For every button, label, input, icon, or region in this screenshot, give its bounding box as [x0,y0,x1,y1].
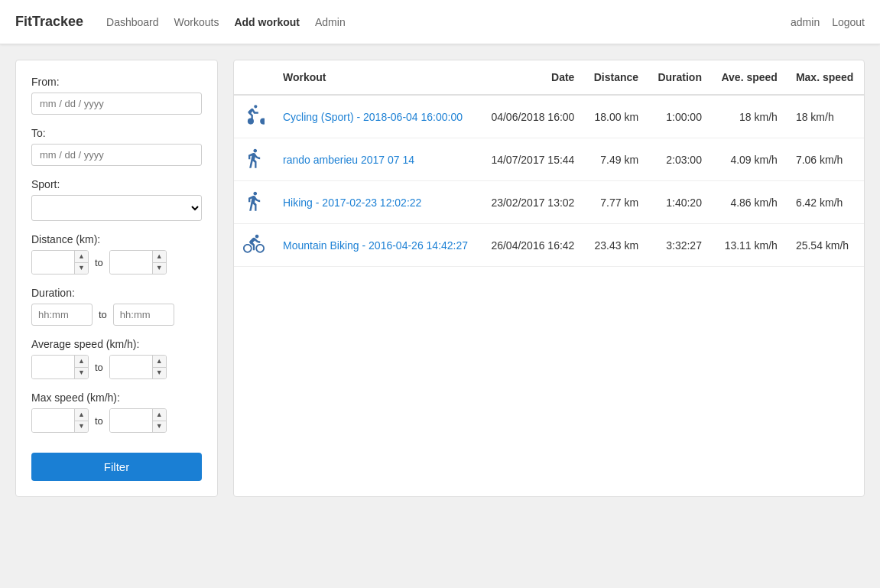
distance-range-row: ▲ ▼ to ▲ ▼ [31,250,202,275]
avg-speed-to-up[interactable]: ▲ [153,356,166,368]
distance-to-down[interactable]: ▼ [153,263,166,275]
workout-ave-speed: 18 km/h [711,95,787,138]
col-icon [234,60,274,95]
duration-to-label: to [99,309,107,320]
duration-range-row: to [31,304,202,326]
avg-speed-to-spinner: ▲ ▼ [109,355,167,379]
max-speed-range-row: ▲ ▼ to ▲ ▼ [31,408,202,433]
nav-add-workout[interactable]: Add workout [234,13,300,31]
distance-to-up[interactable]: ▲ [153,251,166,263]
distance-to-input[interactable] [110,251,152,274]
table-row: Cycling (Sport) - 2018-06-04 16:00:0004/… [234,95,864,138]
col-workout: Workout [274,60,480,95]
duration-group: Duration: to [31,287,202,326]
col-max-speed: Max. speed [787,60,864,95]
filter-button[interactable]: Filter [31,453,202,481]
distance-from-arrows: ▲ ▼ [74,251,88,274]
workout-date: 23/02/2017 13:02 [480,181,583,224]
workout-name[interactable]: rando amberieu 2017 07 14 [274,138,480,181]
distance-from-up[interactable]: ▲ [75,251,88,263]
sport-select[interactable]: Cycling Hiking Mountain Biking [31,195,202,221]
workout-max-speed: 18 km/h [787,95,864,138]
distance-to-spinner: ▲ ▼ [109,250,167,275]
distance-from-spinner: ▲ ▼ [31,250,89,275]
distance-from-input[interactable] [32,251,74,274]
col-duration: Duration [648,60,711,95]
workout-name[interactable]: Mountain Biking - 2016-04-26 14:42:27 [274,224,480,267]
max-speed-to-up[interactable]: ▲ [153,409,166,421]
workout-duration: 3:32:27 [648,224,711,267]
avg-speed-to-arrows: ▲ ▼ [152,356,166,378]
nav-user[interactable]: admin [791,16,820,28]
max-speed-to-down[interactable]: ▼ [153,421,166,433]
table-row: Mountain Biking - 2016-04-26 14:42:2726/… [234,224,864,267]
avg-speed-to-down[interactable]: ▼ [153,368,166,379]
workouts-panel: Workout Date Distance Duration Ave. spee… [233,60,865,497]
table-row: rando amberieu 2017 07 1414/07/2017 15:4… [234,138,864,181]
nav-dashboard[interactable]: Dashboard [106,13,159,31]
duration-to-input[interactable] [113,304,174,326]
col-date: Date [480,60,583,95]
workout-distance: 7.49 km [583,138,648,181]
avg-speed-group: Average speed (km/h): ▲ ▼ to ▲ ▼ [31,338,202,379]
workouts-table: Workout Date Distance Duration Ave. spee… [234,60,864,267]
max-speed-from-up[interactable]: ▲ [75,409,88,421]
table-row: Hiking - 2017-02-23 12:02:2223/02/2017 1… [234,181,864,224]
nav-workouts[interactable]: Workouts [174,13,219,31]
distance-to-arrows: ▲ ▼ [152,251,166,274]
max-speed-group: Max speed (km/h): ▲ ▼ to ▲ ▼ [31,391,202,433]
avg-speed-to-input[interactable] [110,356,152,378]
avg-speed-from-input[interactable] [32,356,74,378]
workout-duration: 1:40:20 [648,181,711,224]
distance-from-down[interactable]: ▼ [75,263,88,275]
avg-speed-range-row: ▲ ▼ to ▲ ▼ [31,355,202,379]
max-speed-to-label: to [95,415,103,427]
workout-sport-icon [234,224,274,267]
avg-speed-label: Average speed (km/h): [31,338,202,350]
distance-to-label: to [95,257,103,268]
duration-from-input[interactable] [31,304,93,326]
avg-speed-from-up[interactable]: ▲ [75,356,88,368]
max-speed-from-down[interactable]: ▼ [75,421,88,433]
max-speed-to-arrows: ▲ ▼ [152,409,166,432]
workout-date: 04/06/2018 16:00 [480,95,583,138]
nav-admin[interactable]: Admin [315,13,346,31]
workout-sport-icon [234,138,274,181]
distance-label: Distance (km): [31,233,202,245]
workout-max-speed: 25.54 km/h [787,224,864,267]
from-label: From: [31,76,202,88]
avg-speed-from-down[interactable]: ▼ [75,368,88,379]
to-group: To: [31,127,202,166]
max-speed-label: Max speed (km/h): [31,391,202,404]
navbar-links: Dashboard Workouts Add workout Admin [106,13,791,31]
workout-name[interactable]: Hiking - 2017-02-23 12:02:22 [274,181,480,224]
workout-distance: 23.43 km [583,224,648,267]
max-speed-to-input[interactable] [110,409,152,432]
workout-date: 14/07/2017 15:44 [480,138,583,181]
workout-ave-speed: 13.11 km/h [711,224,787,267]
workout-ave-speed: 4.86 km/h [711,181,787,224]
navbar-right: admin Logout [791,16,865,28]
col-distance: Distance [583,60,648,95]
navbar: FitTrackee Dashboard Workouts Add workou… [0,0,880,44]
max-speed-from-input[interactable] [32,409,74,432]
to-input[interactable] [31,144,202,166]
filter-panel: From: To: Sport: Cycling Hiking Mountain… [15,60,218,497]
from-group: From: [31,76,202,115]
col-ave-speed: Ave. speed [711,60,787,95]
workout-distance: 18.00 km [583,95,648,138]
workout-name[interactable]: Cycling (Sport) - 2018-06-04 16:00:00 [274,95,480,138]
avg-speed-from-arrows: ▲ ▼ [74,356,88,378]
avg-speed-from-spinner: ▲ ▼ [31,355,89,379]
main-content: From: To: Sport: Cycling Hiking Mountain… [0,44,880,512]
distance-group: Distance (km): ▲ ▼ to ▲ ▼ [31,233,202,275]
max-speed-from-spinner: ▲ ▼ [31,408,89,433]
workout-sport-icon [234,181,274,224]
workout-date: 26/04/2016 16:42 [480,224,583,267]
duration-label: Duration: [31,287,202,299]
workout-duration: 1:00:00 [648,95,711,138]
sport-group: Sport: Cycling Hiking Mountain Biking [31,178,202,221]
workout-max-speed: 6.42 km/h [787,181,864,224]
nav-logout[interactable]: Logout [832,16,865,28]
from-input[interactable] [31,93,202,115]
